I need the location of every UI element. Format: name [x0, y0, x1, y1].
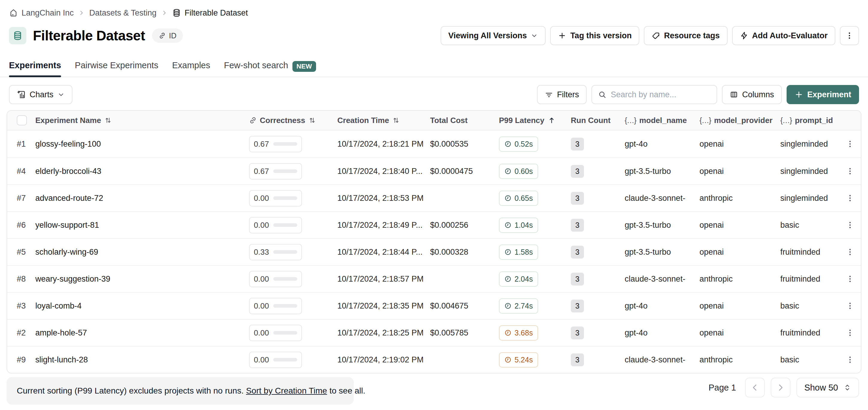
experiment-name[interactable]: slight-lunch-28 [35, 355, 249, 365]
tab-experiments[interactable]: Experiments [9, 59, 61, 76]
table-row[interactable]: #8 weary-suggestion-39 0.00 10/17/2024, … [7, 265, 861, 292]
row-actions-cell [842, 244, 861, 260]
breadcrumb-section-label: Datasets & Testing [89, 8, 157, 18]
correctness-score: 0.67 [249, 136, 302, 152]
tab-few-shot-search[interactable]: Few-shot search NEW [224, 59, 316, 76]
tab-few-shot-label: Few-shot search [224, 60, 288, 70]
kebab-icon [846, 221, 854, 229]
column-header-correctness[interactable]: Correctness [249, 116, 337, 125]
page-size-select[interactable]: Show 50 [797, 378, 859, 398]
latency-cell: 0.65s [499, 191, 571, 206]
column-header-experiment-name[interactable]: Experiment Name [35, 116, 249, 125]
next-page-button[interactable] [771, 378, 790, 398]
row-menu-button[interactable] [842, 324, 859, 341]
add-auto-evaluator-button[interactable]: Add Auto-Evaluator [732, 26, 836, 45]
experiment-name[interactable]: scholarly-wing-69 [35, 248, 249, 257]
table-row[interactable]: #2 ample-hole-57 0.00 10/17/2024, 2:18:2… [7, 319, 861, 346]
correctness-bar-track [273, 358, 297, 361]
column-header-creation-time[interactable]: Creation Time [337, 116, 430, 125]
creation-time: 10/17/2024, 2:18:21 PM [337, 139, 430, 149]
row-number: #5 [17, 248, 35, 257]
column-header-model-provider[interactable]: {…} model_provider [700, 116, 780, 125]
column-label: P99 Latency [499, 116, 545, 125]
row-menu-button[interactable] [842, 135, 859, 152]
table-row[interactable]: #3 loyal-comb-4 0.00 10/17/2024, 2:18:35… [7, 292, 861, 319]
experiment-name[interactable]: loyal-comb-4 [35, 302, 249, 311]
search-input[interactable] [611, 90, 711, 99]
model-name: gpt-4o [625, 328, 700, 338]
column-header-model-name[interactable]: {…} model_name [625, 116, 700, 125]
latency-badge: 0.60s [499, 164, 538, 179]
column-header-p99-latency[interactable]: P99 Latency [499, 116, 571, 125]
column-label: Run Count [571, 116, 611, 125]
prompt-id: singleminded [780, 139, 842, 149]
breadcrumb-org[interactable]: LangChain Inc [9, 8, 74, 18]
columns-label: Columns [742, 90, 774, 99]
home-icon [9, 8, 18, 18]
row-menu-button[interactable] [842, 297, 859, 314]
previous-page-button[interactable] [745, 378, 765, 398]
dataset-icon [9, 27, 26, 44]
table-row[interactable]: #6 yellow-support-81 0.00 10/17/2024, 2:… [7, 211, 861, 238]
creation-time: 10/17/2024, 2:18:57 PM [337, 275, 430, 284]
latency-value: 1.58s [515, 248, 533, 256]
table-row[interactable]: #1 glossy-feeling-100 0.67 10/17/2024, 2… [7, 130, 861, 157]
column-header-total-cost[interactable]: Total Cost [430, 116, 499, 125]
latency-cell: 3.68s [499, 325, 571, 341]
latency-cell: 0.52s [499, 136, 571, 152]
filters-button[interactable]: Filters [537, 85, 587, 104]
run-count-badge: 3 [571, 219, 584, 232]
experiment-name[interactable]: ample-hole-57 [35, 328, 249, 338]
experiment-name[interactable]: yellow-support-81 [35, 221, 249, 230]
table-row[interactable]: #7 advanced-route-72 0.00 10/17/2024, 2:… [7, 184, 861, 211]
correctness-cell: 0.00 [249, 271, 337, 287]
sorting-notice-suffix: to see all. [330, 386, 366, 396]
column-header-prompt-id[interactable]: {…} prompt_id [780, 116, 842, 125]
charts-dropdown[interactable]: Charts [9, 85, 72, 104]
versions-dropdown[interactable]: Viewing All Versions [441, 26, 546, 45]
table-row[interactable]: #4 elderly-broccoli-43 0.67 10/17/2024, … [7, 157, 861, 184]
latency-badge: 1.04s [499, 218, 538, 233]
row-menu-button[interactable] [842, 163, 859, 180]
correctness-value: 0.00 [254, 221, 269, 230]
model-name: claude-3-sonnet- [625, 355, 700, 365]
new-experiment-button[interactable]: Experiment [786, 85, 859, 104]
row-menu-button[interactable] [842, 244, 859, 260]
table-row[interactable]: #9 slight-lunch-28 0.00 10/17/2024, 2:19… [7, 346, 861, 373]
tab-examples[interactable]: Examples [172, 59, 210, 76]
breadcrumb-current[interactable]: Filterable Dataset [172, 8, 248, 18]
sort-by-creation-time-link[interactable]: Sort by Creation Time [246, 386, 327, 396]
row-number: #4 [17, 167, 35, 176]
table-row[interactable]: #5 scholarly-wing-69 0.33 10/17/2024, 2:… [7, 238, 861, 265]
correctness-value: 0.67 [254, 139, 269, 149]
correctness-score: 0.00 [249, 325, 302, 341]
tag-version-button[interactable]: Tag this version [550, 26, 639, 45]
column-label: model_provider [714, 116, 773, 125]
columns-button[interactable]: Columns [722, 85, 782, 104]
clock-icon [504, 194, 512, 202]
sort-icon [308, 117, 316, 124]
experiment-name[interactable]: glossy-feeling-100 [35, 139, 249, 149]
creation-time: 10/17/2024, 2:18:25 PM [337, 328, 430, 338]
column-label: prompt_id [795, 116, 833, 125]
row-menu-button[interactable] [842, 351, 859, 368]
breadcrumb-section[interactable]: Datasets & Testing [89, 8, 157, 18]
copy-id-button[interactable]: ID [152, 28, 183, 43]
resource-tags-button[interactable]: Resource tags [644, 26, 727, 45]
select-all-cell [17, 115, 35, 125]
select-all-checkbox[interactable] [17, 115, 27, 125]
experiment-name[interactable]: elderly-broccoli-43 [35, 167, 249, 176]
column-header-run-count[interactable]: Run Count [571, 116, 625, 125]
row-menu-button[interactable] [842, 271, 859, 287]
experiment-name[interactable]: weary-suggestion-39 [35, 275, 249, 284]
correctness-bar-track [273, 277, 297, 281]
experiment-name[interactable]: advanced-route-72 [35, 194, 249, 203]
row-menu-button[interactable] [842, 217, 859, 233]
row-menu-button[interactable] [842, 190, 859, 207]
more-actions-button[interactable] [840, 26, 859, 45]
chart-icon [17, 90, 26, 99]
tab-pairwise-experiments[interactable]: Pairwise Experiments [75, 59, 158, 76]
run-count-cell: 3 [571, 219, 625, 232]
latency-cell: 5.24s [499, 352, 571, 368]
row-actions-cell [842, 297, 861, 314]
